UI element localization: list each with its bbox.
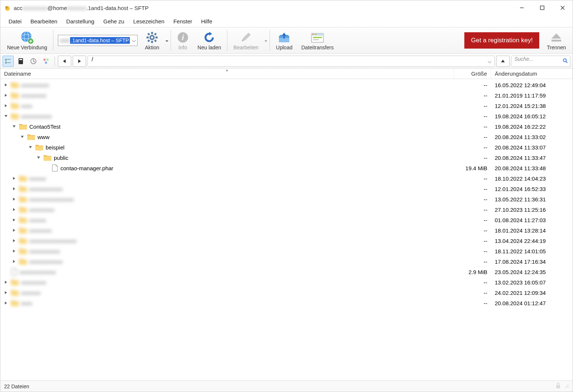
secondary-toolbar: / Suche...: [0, 54, 573, 69]
chevron-right-icon[interactable]: [3, 300, 9, 306]
item-name: www: [26, 134, 454, 140]
aktion-dropdown-arrow[interactable]: [164, 37, 169, 44]
maximize-button[interactable]: [532, 0, 552, 15]
tree-folder-row[interactable]: beispiel--20.08.2024 11:33:07: [0, 142, 573, 152]
item-name: Contao5Test: [18, 123, 454, 130]
tree-folder-row[interactable]: xxxxxx--01.08.2024 11:27:03: [0, 215, 573, 225]
menu-hilfe[interactable]: Hilfe: [197, 17, 217, 26]
column-name[interactable]: Dateiname ▲: [0, 69, 454, 79]
menu-bearbeiten[interactable]: Bearbeiten: [26, 17, 62, 26]
disconnect-label: Trennen: [547, 45, 566, 50]
chevron-right-icon[interactable]: [11, 207, 17, 212]
tree-folder-row[interactable]: xxxxxxxxx--21.01.2019 11:17:59: [0, 90, 573, 101]
menu-fenster[interactable]: Fenster: [169, 17, 197, 26]
file-tree[interactable]: xxxxxxxxxx--16.05.2022 12:49:04xxxxxxxxx…: [0, 79, 573, 381]
minimize-button[interactable]: [511, 0, 532, 15]
column-date[interactable]: Änderungsdatum: [491, 69, 573, 79]
view-bonjour-button[interactable]: [40, 56, 52, 67]
tree-file-row[interactable]: contao-manager.phar19.4 MiB20.08.2024 11…: [0, 163, 573, 173]
tree-folder-row[interactable]: xxxxxxxxxxxx--17.08.2024 17:16:34: [0, 256, 573, 267]
info-button[interactable]: i Info: [172, 28, 193, 53]
resize-grip-icon[interactable]: [564, 383, 569, 389]
tree-folder-row[interactable]: xxxx--12.01.2024 15:21:38: [0, 101, 573, 111]
view-tree-button[interactable]: [3, 56, 14, 67]
tree-folder-row[interactable]: xxxxxx--18.10.2022 14:04:23: [0, 173, 573, 184]
edit-dropdown-arrow[interactable]: [263, 37, 268, 44]
registration-key-button[interactable]: Get a registration key!: [464, 32, 539, 49]
chevron-right-icon[interactable]: [11, 259, 17, 264]
connection-combo[interactable]: xxxx.1and1-data.host – SFTP: [58, 35, 137, 46]
tree-folder-row[interactable]: xxxxxxxxx--13.02.2023 16:05:07: [0, 277, 573, 287]
item-size: --: [454, 186, 491, 192]
tree-folder-row[interactable]: xxxxxxxxxxxx--12.01.2024 16:52:33: [0, 184, 573, 194]
tree-folder-row[interactable]: Contao5Test--19.08.2024 16:22:22: [0, 121, 573, 132]
menu-gehe-zu[interactable]: Gehe zu: [99, 17, 129, 26]
menu-datei[interactable]: Datei: [4, 17, 26, 26]
column-size[interactable]: Größe: [454, 69, 491, 79]
item-date: 20.08.2024 01:12:47: [491, 300, 573, 306]
edit-button[interactable]: Bearbeiten: [229, 28, 263, 53]
new-connection-button[interactable]: Neue Verbindung: [3, 28, 52, 53]
svg-rect-39: [19, 59, 22, 60]
tree-folder-row[interactable]: xxxxxxxxxxxxxxxx--13.05.2022 11:36:31: [0, 194, 573, 204]
chevron-down-icon[interactable]: [11, 124, 17, 129]
chevron-right-icon[interactable]: [11, 238, 17, 243]
tree-folder-row[interactable]: www--20.08.2024 11:33:02: [0, 132, 573, 142]
menu-lesezeichen[interactable]: Lesezeichen: [129, 17, 169, 26]
svg-point-1: [6, 7, 7, 9]
menu-darstellung[interactable]: Darstellung: [62, 17, 99, 26]
chevron-right-icon[interactable]: [11, 228, 17, 233]
main-toolbar: Neue Verbindung xxxx.1and1-data.host – S…: [0, 27, 573, 54]
close-button[interactable]: [552, 0, 573, 15]
chevron-down-icon[interactable]: [36, 155, 41, 160]
nav-back-button[interactable]: [58, 56, 71, 67]
transfers-icon: [310, 30, 325, 45]
transfers-button[interactable]: Dateitransfers: [297, 28, 338, 53]
aktion-button[interactable]: Aktion: [141, 28, 164, 53]
item-size: 19.4 MiB: [454, 165, 491, 171]
disconnect-button[interactable]: Trennen: [542, 28, 570, 53]
view-bookmarks-button[interactable]: [15, 56, 26, 67]
chevron-right-icon[interactable]: [3, 290, 9, 295]
item-date: 20.08.2024 11:33:02: [491, 134, 573, 140]
tree-folder-row[interactable]: xxxxxxxxxxx--18.11.2022 14:01:05: [0, 246, 573, 256]
chevron-right-icon[interactable]: [11, 176, 17, 181]
svg-point-45: [45, 62, 47, 64]
chevron-right-icon[interactable]: [11, 217, 17, 223]
chevron-right-icon[interactable]: [11, 248, 17, 254]
tree-folder-row[interactable]: xxxx--20.08.2024 01:12:47: [0, 298, 573, 308]
item-size: --: [454, 207, 491, 213]
tree-folder-row[interactable]: xxxxxxxxxxx--19.08.2024 16:05:12: [0, 111, 573, 121]
reload-button[interactable]: Neu laden: [193, 28, 226, 53]
view-history-button[interactable]: [28, 56, 39, 67]
chevron-right-icon[interactable]: [3, 103, 9, 108]
chevron-down-icon[interactable]: [20, 134, 25, 139]
item-name: xxxxxxxxx: [10, 92, 454, 99]
nav-forward-button[interactable]: [73, 56, 86, 67]
upload-button[interactable]: Upload: [271, 28, 297, 53]
chevron-right-icon[interactable]: [11, 197, 17, 202]
path-input[interactable]: /: [88, 56, 495, 67]
tree-folder-row[interactable]: xxxxxxxx--18.01.2024 13:28:14: [0, 225, 573, 235]
tree-folder-row[interactable]: xxxxxxxxxxxxxxxxx--13.04.2024 22:44:19: [0, 235, 573, 246]
item-date: 19.08.2024 16:22:22: [491, 123, 573, 130]
tree-folder-row[interactable]: public--20.08.2024 11:33:47: [0, 152, 573, 163]
chevron-down-icon[interactable]: [3, 113, 9, 119]
chevron-down-icon[interactable]: [28, 145, 33, 150]
svg-point-44: [46, 59, 49, 61]
gear-icon: [146, 30, 158, 45]
chevron-right-icon[interactable]: [3, 82, 9, 88]
chevron-right-icon[interactable]: [3, 280, 9, 285]
info-icon: i: [177, 30, 189, 45]
chevron-right-icon[interactable]: [3, 93, 9, 98]
tree-folder-row[interactable]: xxxxxxxxx--27.10.2023 11:25:16: [0, 204, 573, 215]
tree-file-row[interactable]: xxxxxxxxxxxxx2.9 MiB23.05.2024 12:24:35: [0, 267, 573, 277]
search-input[interactable]: Suche...: [511, 56, 570, 67]
item-date: 12.01.2024 16:52:33: [491, 186, 573, 192]
tree-folder-row[interactable]: xxxxxxxxxx--16.05.2022 12:49:04: [0, 80, 573, 90]
nav-up-button[interactable]: [496, 56, 510, 67]
item-name: contao-manager.phar: [51, 164, 454, 172]
chevron-right-icon[interactable]: [11, 186, 17, 191]
tree-folder-row[interactable]: xxxxxxx--24.02.2021 12:09:34: [0, 287, 573, 298]
item-name: public: [43, 154, 454, 161]
